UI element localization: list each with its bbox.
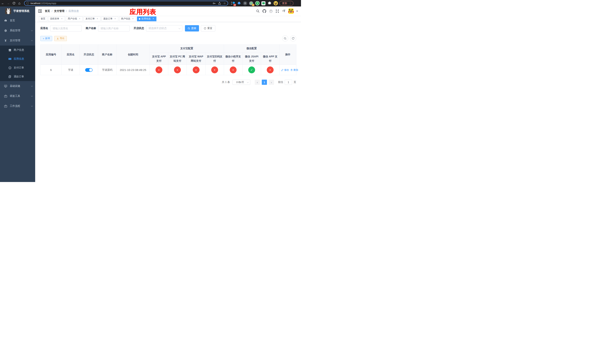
sidebar-item-workflow[interactable]: 工作流程: [0, 101, 35, 111]
forward-icon[interactable]: →: [6, 1, 11, 6]
sidebar-item-app-info[interactable]: 应用信息: [0, 54, 35, 63]
browser-update-button[interactable]: 更新 ⋮: [279, 1, 293, 6]
font-size-icon[interactable]: TT: [282, 9, 286, 13]
extension-command-icon[interactable]: ⌘: [243, 1, 247, 6]
gear-icon: [4, 29, 7, 32]
close-icon[interactable]: ×: [152, 18, 155, 20]
search-button[interactable]: 搜索: [185, 25, 199, 32]
delete-link[interactable]: 删除: [290, 68, 298, 72]
back-icon[interactable]: ←: [0, 1, 6, 6]
chevron-up-icon: [31, 40, 33, 42]
sidebar-item-label: 退款订单: [14, 75, 24, 78]
pagination: 共 1 条 10条/页 ‹ 1 › 前往 页: [40, 80, 296, 85]
enabled-status-icon: ✓: [248, 66, 255, 73]
sidebar-item-refund-order[interactable]: 退款订单: [0, 72, 35, 81]
breadcrumb-separator: /: [52, 10, 52, 13]
tag-app-info[interactable]: 应用信息×: [137, 16, 156, 21]
tags-view: 首页 流程表单× 用户分组× 支付订单× 退款订单× 商户信息× 应用信息×: [35, 16, 301, 22]
search-icon[interactable]: [256, 9, 260, 13]
sidebar-item-infrastructure[interactable]: 基础设施: [0, 81, 35, 91]
page-size-select[interactable]: 10条/页: [233, 80, 250, 85]
export-button[interactable]: 导出: [54, 36, 67, 41]
home-icon[interactable]: ⌂: [17, 1, 22, 6]
sidebar-item-merchant-info[interactable]: 商户信息: [0, 45, 35, 54]
cell-wechat-jsapi: ✓: [243, 65, 261, 75]
close-icon[interactable]: ×: [132, 18, 134, 20]
table-toolbar: + 新增 导出: [40, 35, 296, 42]
status-label: 开启状态: [134, 27, 144, 30]
user-avatar[interactable]: [288, 8, 294, 14]
sidebar-item-label: 系统管理: [10, 29, 20, 32]
tag-merchant-info[interactable]: 商户信息×: [119, 16, 136, 21]
avatar-caret-icon[interactable]: [296, 11, 298, 13]
chevron-down-icon: [247, 81, 249, 83]
site-info-icon[interactable]: i: [26, 2, 29, 5]
yen-icon: ¥: [4, 39, 7, 42]
disabled-status-icon: ×: [211, 66, 218, 73]
prev-page-button[interactable]: ‹: [255, 80, 260, 85]
extension-chat-icon[interactable]: [261, 1, 266, 6]
sidebar-item-dev-tools[interactable]: 研发工具: [0, 91, 35, 101]
extension-blocks-icon[interactable]: 10: [231, 1, 235, 6]
breadcrumb-home[interactable]: 首页: [45, 10, 50, 13]
sidebar-item-label: 支付订单: [14, 66, 24, 69]
toggle-search-button[interactable]: [282, 35, 288, 42]
status-toggle[interactable]: [85, 68, 93, 72]
app-name-input[interactable]: [50, 25, 82, 32]
tag-refund-order[interactable]: 退款订单×: [101, 16, 118, 21]
next-page-button[interactable]: ›: [269, 80, 274, 85]
tag-home[interactable]: 首页: [39, 16, 47, 21]
github-icon[interactable]: [262, 9, 266, 13]
breadcrumb-payment[interactable]: 支付管理: [54, 10, 64, 13]
close-icon[interactable]: ×: [78, 18, 81, 20]
extension-emoji-icon[interactable]: [273, 1, 278, 6]
tag-user-group[interactable]: 用户分组×: [66, 16, 83, 21]
share-icon[interactable]: [218, 2, 221, 5]
goto-page: 前往 页: [278, 80, 296, 85]
close-icon[interactable]: ×: [114, 18, 117, 20]
sidebar-item-payment[interactable]: ¥ 支付管理: [0, 36, 35, 45]
reload-icon[interactable]: [11, 1, 17, 6]
col-header-status: 开启状态: [80, 45, 98, 65]
cell-status: [80, 65, 98, 75]
sidebar-item-pay-order[interactable]: ¥ 支付订单: [0, 63, 35, 72]
extensions-puzzle-icon[interactable]: [267, 1, 272, 6]
browser-menu-icon[interactable]: ⋮: [289, 2, 291, 5]
sidebar-item-system[interactable]: 系统管理: [0, 26, 35, 36]
sidebar-item-home[interactable]: 首页: [0, 16, 35, 26]
help-icon[interactable]: ?: [269, 9, 273, 13]
sidebar-collapse-icon[interactable]: [38, 10, 42, 13]
close-icon[interactable]: ×: [61, 18, 63, 20]
sidebar-item-label: 首页: [10, 19, 15, 22]
chevron-down-icon: [31, 30, 33, 31]
close-icon[interactable]: ×: [96, 18, 99, 20]
cell-wechat-app: ×: [261, 65, 280, 75]
cell-alipay-pc: ×: [168, 65, 187, 75]
fullscreen-icon[interactable]: [275, 9, 279, 13]
col-header-app-id: 应用编号: [41, 45, 62, 65]
extension-y-icon[interactable]: Y: [255, 1, 259, 6]
merchant-name-input[interactable]: [98, 25, 129, 32]
app-title: 芋道管理系统: [13, 9, 29, 13]
bookmark-star-icon[interactable]: ☆: [224, 2, 226, 5]
extension-kite-icon[interactable]: [237, 1, 241, 6]
chevron-down-icon: [179, 27, 181, 29]
status-select[interactable]: 请选择开启状态: [146, 25, 182, 32]
page-number-button[interactable]: 1: [262, 80, 267, 85]
svg-text:¥: ¥: [10, 67, 10, 69]
address-bar[interactable]: i localhost:1024/pay/app ☆: [24, 1, 228, 6]
chevron-down-icon: [31, 85, 33, 87]
sidebar: 芋道管理系统 首页 系统管理 ¥ 支付管理 商户信息: [0, 7, 35, 182]
tag-pay-order[interactable]: 支付订单×: [84, 16, 100, 21]
add-button[interactable]: + 新增: [40, 36, 52, 41]
extension-ring-icon[interactable]: 1: [249, 1, 253, 6]
total-count: 共 1 条: [222, 81, 230, 84]
goto-page-input[interactable]: [285, 80, 292, 85]
app-table: 应用编号 应用名 开启状态 商户名称 创建时间 支付宝配置 微信配置 操作 支付…: [40, 44, 296, 75]
tag-process-form[interactable]: 流程表单×: [48, 16, 65, 21]
reset-button[interactable]: 重置: [201, 25, 215, 32]
password-key-icon[interactable]: [213, 2, 216, 5]
refresh-button[interactable]: [290, 35, 296, 42]
sidebar-logo[interactable]: 芋道管理系统: [0, 7, 35, 16]
edit-link[interactable]: 修改: [281, 68, 289, 72]
